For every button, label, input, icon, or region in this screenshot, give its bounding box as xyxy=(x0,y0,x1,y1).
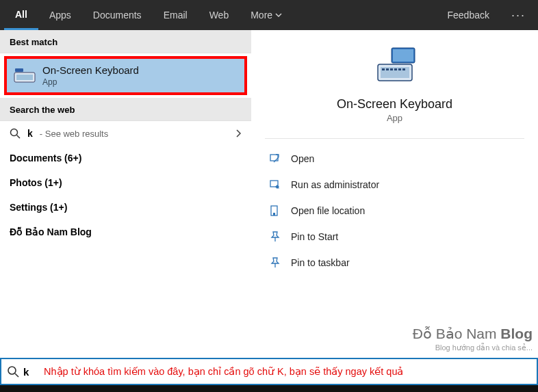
preview-subtitle: App xyxy=(387,113,402,123)
watermark-sub: Blog hướng dẫn và chia sẻ... xyxy=(413,343,533,352)
tab-apps[interactable]: Apps xyxy=(38,0,82,30)
keyboard-large-icon xyxy=(372,47,418,86)
svg-rect-7 xyxy=(382,68,385,70)
category-other[interactable]: Đỗ Bảo Nam Blog xyxy=(0,220,251,244)
svg-line-4 xyxy=(17,135,21,139)
taskbar: A X Ps W xyxy=(0,385,538,392)
svg-rect-10 xyxy=(394,68,397,70)
search-input[interactable] xyxy=(23,366,40,378)
pin-start-icon xyxy=(269,231,281,243)
best-match-title: On-Screen Keyboard xyxy=(42,64,139,76)
svg-point-3 xyxy=(11,129,18,136)
tab-web[interactable]: Web xyxy=(198,0,240,30)
divider xyxy=(265,138,524,139)
category-settings[interactable]: Settings (1+) xyxy=(0,195,251,220)
svg-rect-1 xyxy=(16,75,33,80)
tab-more[interactable]: More xyxy=(240,0,293,30)
chevron-right-icon xyxy=(235,129,242,138)
taskbar-app-chrome[interactable] xyxy=(177,389,196,392)
search-icon xyxy=(10,128,21,139)
svg-rect-18 xyxy=(273,213,275,215)
action-run-admin-label: Run as administrator xyxy=(291,179,379,190)
taskbar-app-explorer[interactable] xyxy=(148,389,167,392)
search-filter-tabs: All Apps Documents Email Web More Feedba… xyxy=(0,0,538,30)
taskbar-app-excel[interactable]: X xyxy=(292,389,311,392)
svg-rect-12 xyxy=(402,68,405,70)
search-icon xyxy=(7,365,19,378)
action-open-location-label: Open file location xyxy=(291,205,365,216)
more-options-button[interactable]: ··· xyxy=(503,0,534,30)
watermark-bold: Blog xyxy=(500,326,533,341)
folder-icon xyxy=(269,205,281,217)
preview-pane: On-Screen Keyboard App Open Run as admin… xyxy=(251,30,538,358)
admin-icon xyxy=(269,179,281,191)
svg-rect-9 xyxy=(390,68,393,70)
svg-rect-2 xyxy=(15,68,23,72)
results-pane: Best match On-Screen Keyboard App Search… xyxy=(0,30,251,358)
svg-point-19 xyxy=(8,367,16,374)
preview-title: On-Screen Keyboard xyxy=(337,97,452,112)
feedback-link[interactable]: Feedback xyxy=(434,0,503,30)
action-pin-taskbar-label: Pin to taskbar xyxy=(291,257,350,268)
svg-rect-11 xyxy=(398,68,401,70)
tab-all[interactable]: All xyxy=(4,0,38,30)
annotation-hint: Nhập từ khóa tìm kiếm vào đây, bạn chỉ c… xyxy=(44,366,403,377)
chevron-down-icon xyxy=(275,12,282,18)
best-match-result[interactable]: On-Screen Keyboard App xyxy=(4,56,247,95)
tab-more-label: More xyxy=(251,10,272,21)
keyboard-app-icon xyxy=(14,68,36,84)
action-open-label: Open xyxy=(291,153,314,164)
search-web-header: Search the web xyxy=(0,98,251,121)
watermark-text: Đỗ Bảo Nam xyxy=(413,326,501,341)
best-match-header: Best match xyxy=(0,30,251,53)
category-documents[interactable]: Documents (6+) xyxy=(0,146,251,170)
taskbar-app-access[interactable]: A xyxy=(263,389,282,392)
web-query-hint: - See web results xyxy=(40,129,108,139)
svg-rect-14 xyxy=(393,49,413,62)
svg-rect-15 xyxy=(270,155,278,161)
search-bar[interactable]: Nhập từ khóa tìm kiếm vào đây, bạn chỉ c… xyxy=(0,358,538,385)
action-open-location[interactable]: Open file location xyxy=(265,198,524,224)
pin-taskbar-icon xyxy=(269,257,281,269)
taskbar-app-calculator[interactable] xyxy=(234,389,253,392)
taskbar-app-word[interactable]: W xyxy=(378,389,397,392)
tab-email[interactable]: Email xyxy=(153,0,198,30)
action-run-admin[interactable]: Run as administrator xyxy=(265,172,524,198)
svg-rect-8 xyxy=(386,68,389,70)
watermark: Đỗ Bảo Nam Blog Blog hướng dẫn và chia s… xyxy=(413,326,533,352)
web-search-result[interactable]: k - See web results xyxy=(0,121,251,146)
taskbar-app-coreldraw[interactable] xyxy=(320,389,340,392)
open-icon xyxy=(269,153,281,165)
action-pin-start-label: Pin to Start xyxy=(291,231,338,242)
category-photos[interactable]: Photos (1+) xyxy=(0,170,251,195)
taskbar-app-photoshop[interactable]: Ps xyxy=(349,389,368,392)
tab-documents[interactable]: Documents xyxy=(82,0,153,30)
svg-line-20 xyxy=(15,374,18,377)
action-pin-start[interactable]: Pin to Start xyxy=(265,224,524,250)
taskbar-app-edge[interactable] xyxy=(119,389,138,392)
action-open[interactable]: Open xyxy=(265,146,524,172)
web-query-text: k xyxy=(27,128,33,139)
taskbar-app-firefox[interactable] xyxy=(205,389,225,392)
best-match-subtitle: App xyxy=(42,77,139,87)
action-pin-taskbar[interactable]: Pin to taskbar xyxy=(265,250,524,276)
